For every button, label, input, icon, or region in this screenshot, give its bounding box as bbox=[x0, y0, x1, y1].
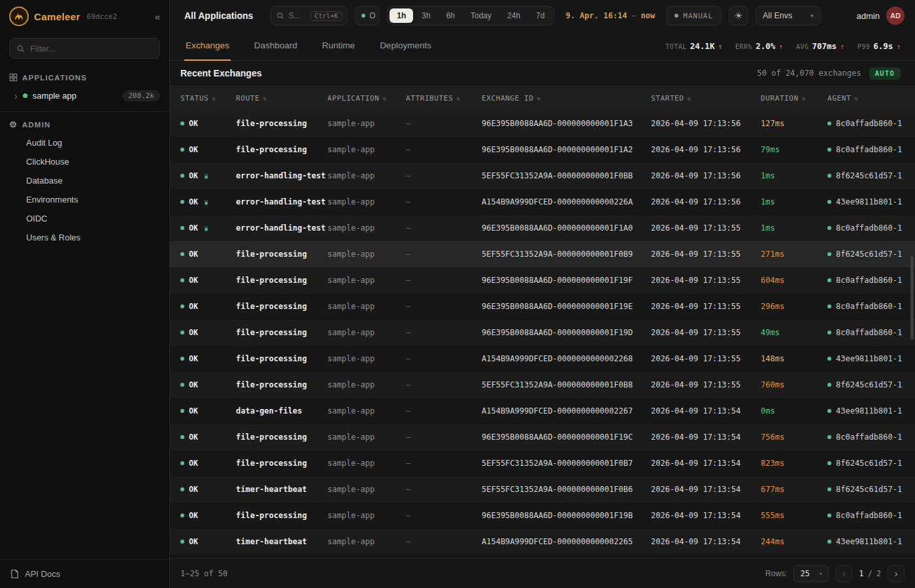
column-header-status[interactable]: STATUS⇅ bbox=[180, 94, 236, 103]
time-range-6h[interactable]: 6h bbox=[439, 8, 462, 23]
sort-icon[interactable]: ⇅ bbox=[688, 95, 692, 102]
column-header-started[interactable]: STARTED⇅ bbox=[651, 94, 761, 103]
cell-exchange-id: 96E395B0088AA6D-000000000001F19E bbox=[482, 302, 651, 311]
pagination-controls: Rows: 25 ▾ ‹ 1 / 2 › bbox=[765, 565, 905, 582]
column-header-duration[interactable]: DURATION⇅ bbox=[761, 94, 827, 103]
cell-attributes: — bbox=[406, 328, 482, 337]
sidebar-item-database[interactable]: Database bbox=[0, 171, 169, 190]
time-range-1h[interactable]: 1h bbox=[390, 8, 413, 23]
sort-icon[interactable]: ⇅ bbox=[382, 95, 387, 102]
sidebar-item-users-roles[interactable]: Users & Roles bbox=[0, 228, 169, 247]
sort-icon[interactable]: ⇅ bbox=[802, 95, 807, 102]
table-row[interactable]: OKfile-processingsample-app—96E395B0088A… bbox=[170, 110, 915, 137]
sort-icon[interactable]: ⇅ bbox=[854, 95, 859, 102]
cell-started: 2026-04-09 17:13:55 bbox=[651, 276, 761, 285]
table-row[interactable]: OKfile-processingsample-app—96E395B0088A… bbox=[170, 293, 915, 319]
cell-attributes: — bbox=[406, 197, 482, 206]
sidebar-filter-input[interactable]: Filter... bbox=[9, 38, 160, 59]
cell-status: OK bbox=[180, 145, 236, 154]
stat-p99: P996.9s↑ bbox=[857, 41, 901, 51]
theme-toggle-button[interactable]: ☀ bbox=[729, 6, 748, 25]
prev-page-button[interactable]: ‹ bbox=[835, 565, 852, 582]
page-current: 1 bbox=[859, 569, 863, 578]
tab-runtime[interactable]: Runtime bbox=[321, 31, 356, 61]
cell-status: OK bbox=[180, 511, 236, 520]
trend-up-arrow-icon: ↑ bbox=[840, 42, 844, 51]
column-header-route[interactable]: ROUTE⇅ bbox=[236, 94, 327, 103]
tab-deployments[interactable]: Deployments bbox=[378, 31, 433, 61]
cell-agent: 8f6245c61d57-1 bbox=[827, 171, 915, 180]
cell-status: OK bbox=[180, 119, 236, 128]
scrollbar-thumb[interactable] bbox=[910, 256, 914, 340]
tab-exchanges[interactable]: Exchanges bbox=[184, 31, 231, 61]
api-docs-link[interactable]: API Docs bbox=[0, 559, 169, 588]
table-row[interactable]: OKerror-handling-testsample-app—5EF55FC3… bbox=[170, 163, 915, 189]
sort-icon[interactable]: ⇅ bbox=[456, 95, 461, 102]
column-header-agent[interactable]: AGENT⇅ bbox=[827, 94, 915, 103]
chevron-right-icon[interactable]: › bbox=[14, 91, 18, 101]
sort-icon[interactable]: ⇅ bbox=[537, 95, 541, 102]
manual-refresh-button[interactable]: MANUAL bbox=[666, 6, 722, 25]
time-range-3h[interactable]: 3h bbox=[414, 8, 437, 23]
pagination-range-label: 1–25 of 50 bbox=[180, 569, 227, 578]
cell-exchange-id: 96E395B0088AA6D-000000000001F19D bbox=[482, 328, 651, 337]
sidebar-item-oidc[interactable]: OIDC bbox=[0, 209, 169, 228]
table-row[interactable]: OKdata-gen-filessample-app—A154B9A999DFC… bbox=[170, 398, 915, 424]
sidebar-item-clickhouse[interactable]: ClickHouse bbox=[0, 152, 169, 171]
sidebar-item-environments[interactable]: Environments bbox=[0, 190, 169, 209]
table-row[interactable]: OKerror-handling-testsample-app—96E395B0… bbox=[170, 215, 915, 241]
table-row[interactable]: OKerror-handling-testsample-app—A154B9A9… bbox=[170, 189, 915, 215]
table-row[interactable]: OKfile-processingsample-app—A154B9A999DF… bbox=[170, 346, 915, 372]
table-row[interactable]: OKtimer-heartbeatsample-app—A154B9A999DF… bbox=[170, 529, 915, 555]
environment-select[interactable]: All Envs ▾ bbox=[756, 6, 821, 25]
global-search-input[interactable]: S... Ctrl+K bbox=[271, 6, 348, 25]
cell-route: error-handling-test bbox=[236, 223, 327, 233]
topbar: All Applications S... Ctrl+K O 1h3h6hTod… bbox=[170, 0, 915, 31]
time-range-24h[interactable]: 24h bbox=[500, 8, 527, 23]
cell-agent: 43ee9811b801-1 bbox=[827, 197, 915, 206]
cell-started: 2026-04-09 17:13:55 bbox=[651, 354, 761, 363]
cell-route: data-gen-files bbox=[236, 406, 327, 416]
table-row[interactable]: OKfile-processingsample-app—5EF55FC31352… bbox=[170, 241, 915, 267]
column-header-attributes[interactable]: ATTRIBUTES⇅ bbox=[406, 94, 482, 103]
avatar[interactable]: AD bbox=[886, 7, 905, 25]
table-row[interactable]: OKfile-processingsample-app—96E395B0088A… bbox=[170, 319, 915, 346]
auto-refresh-badge[interactable]: AUTO bbox=[869, 67, 901, 80]
next-page-button[interactable]: › bbox=[888, 565, 905, 582]
cell-application: sample-app bbox=[327, 197, 406, 206]
table-row[interactable]: OKfile-processingsample-app—96E395B0088A… bbox=[170, 424, 915, 450]
column-header-exchange-id[interactable]: EXCHANGE ID⇅ bbox=[482, 94, 651, 103]
admin-section-header: ⚙ ADMIN bbox=[0, 114, 169, 133]
error-test-icon bbox=[203, 225, 210, 232]
camel-icon bbox=[13, 10, 25, 22]
table-row[interactable]: OKfile-processingsample-app—96E395B0088A… bbox=[170, 137, 915, 163]
stat-avg: AVG707ms↑ bbox=[796, 41, 844, 51]
sort-icon[interactable]: ⇅ bbox=[212, 95, 216, 102]
sidebar-item-sample-app[interactable]: › sample app 208.2k bbox=[0, 86, 169, 106]
rows-per-page-label: Rows: bbox=[765, 569, 787, 578]
tab-dashboard[interactable]: Dashboard bbox=[253, 31, 299, 61]
sidebar-spacer bbox=[0, 247, 169, 559]
rows-per-page-select[interactable]: 25 ▾ bbox=[793, 565, 829, 582]
cell-application: sample-app bbox=[327, 433, 406, 442]
column-header-application[interactable]: APPLICATION⇅ bbox=[327, 94, 406, 103]
cell-route: error-handling-test bbox=[236, 171, 327, 180]
search-icon bbox=[16, 44, 25, 53]
sort-icon[interactable]: ⇅ bbox=[263, 95, 267, 102]
time-range-today[interactable]: Today bbox=[463, 8, 499, 23]
cell-started: 2026-04-09 17:13:56 bbox=[651, 197, 761, 206]
table-row[interactable]: OKfile-processingsample-app—5EF55FC31352… bbox=[170, 450, 915, 476]
sidebar-item-audit-log[interactable]: Audit Log bbox=[0, 133, 169, 152]
cell-application: sample-app bbox=[327, 119, 406, 128]
manual-dot-icon bbox=[674, 14, 678, 18]
cell-application: sample-app bbox=[327, 485, 406, 494]
agent-status-dot bbox=[827, 174, 831, 178]
cell-exchange-id: 5EF55FC31352A9A-000000000001F0BB bbox=[482, 171, 651, 180]
table-row[interactable]: OKfile-processingsample-app—96E395B0088A… bbox=[170, 267, 915, 293]
sidebar-collapse-button[interactable]: « bbox=[155, 11, 160, 22]
table-row[interactable]: OKfile-processingsample-app—96E395B0088A… bbox=[170, 502, 915, 529]
filter-toggle[interactable]: O bbox=[355, 6, 380, 25]
table-row[interactable]: OKtimer-heartbeatsample-app—5EF55FC31352… bbox=[170, 476, 915, 502]
time-range-7d[interactable]: 7d bbox=[529, 8, 552, 23]
table-row[interactable]: OKfile-processingsample-app—5EF55FC31352… bbox=[170, 372, 915, 398]
